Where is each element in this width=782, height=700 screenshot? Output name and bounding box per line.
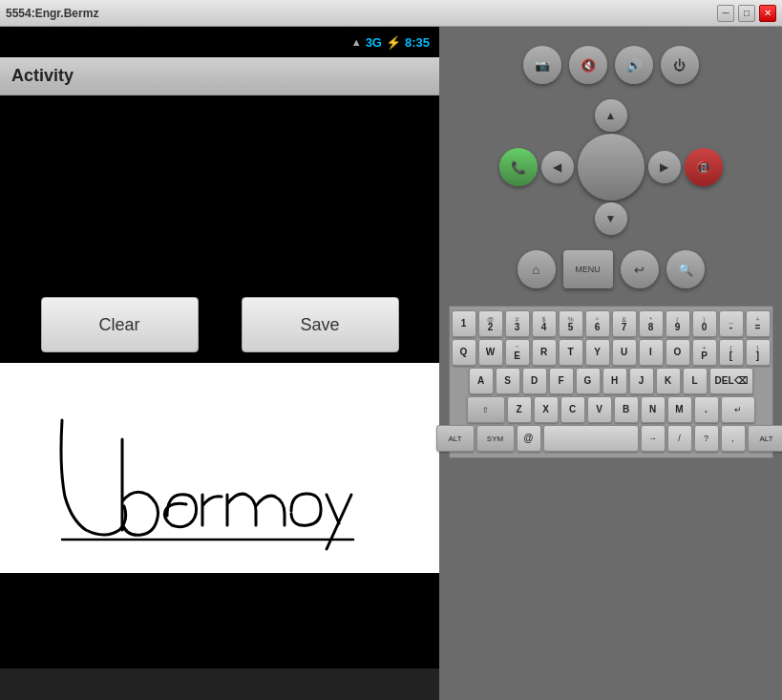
battery-icon: ⚡ [386, 35, 401, 50]
key-l[interactable]: L [683, 368, 708, 394]
volume-button[interactable]: 🔊 [615, 46, 653, 84]
dpad-area: ▲ 📞 ◀ ▶ 📵 ▼ [499, 99, 723, 235]
key-space[interactable] [543, 425, 639, 452]
network-icon: ▲ [351, 36, 362, 48]
key-comma[interactable]: , [721, 425, 746, 452]
call-button[interactable]: 📞 [499, 148, 538, 186]
dpad-middle-row: 📞 ◀ ▶ 📵 [499, 134, 723, 201]
back-button[interactable]: ↩ [621, 250, 659, 288]
search-button[interactable]: 🔍 [666, 250, 705, 288]
kb-row-qwerty: Q W "E R T Y U I O +P {[ }] [454, 339, 769, 366]
key-3[interactable]: #3 [505, 310, 530, 337]
kb-row-asdf: A S D F G H J K L DEL⌫ [454, 368, 769, 394]
key-4[interactable]: $4 [532, 310, 557, 337]
key-question[interactable]: ? [694, 425, 719, 452]
key-a[interactable]: A [469, 368, 494, 394]
key-lbracket[interactable]: {[ [719, 339, 744, 366]
kb-row-zxcv: ⇧ Z X C V B N M . ↵ [454, 396, 769, 423]
key-m[interactable]: M [667, 396, 692, 423]
key-period[interactable]: . [694, 396, 719, 423]
status-bar: ▲ 3G ⚡ 8:35 [0, 27, 439, 57]
top-control-buttons: 📷 🔇 🔊 ⏻ [523, 46, 699, 84]
bottom-control-buttons: ⌂ MENU ↩ 🔍 [518, 250, 705, 288]
title-bar-text: 5554:Engr.Bermz [6, 7, 98, 20]
camera-button[interactable]: 📷 [523, 46, 561, 84]
activity-label: Activity [11, 66, 74, 86]
close-button[interactable]: ✕ [759, 5, 776, 22]
clear-button[interactable]: Clear [41, 297, 199, 352]
key-equals[interactable]: += [746, 310, 771, 337]
key-x[interactable]: X [534, 396, 559, 423]
key-5[interactable]: %5 [559, 310, 583, 337]
key-minus[interactable]: _- [719, 310, 744, 337]
maximize-button[interactable]: □ [738, 5, 755, 22]
bottom-area [0, 573, 439, 668]
kb-row-bottom: ALT SYM @ → / ? , ALT [454, 425, 769, 452]
key-r[interactable]: R [532, 339, 557, 366]
key-del[interactable]: DEL⌫ [709, 368, 753, 394]
right-panel: 📷 🔇 🔊 ⏻ ▲ 📞 ◀ ▶ 📵 ▼ [439, 27, 782, 700]
end-call-button[interactable]: 📵 [685, 148, 723, 186]
key-w[interactable]: W [478, 339, 503, 366]
activity-bar: Activity [0, 57, 439, 95]
key-d[interactable]: D [522, 368, 547, 394]
virtual-keyboard: 1 @2 #3 $4 %5 ^6 &7 *8 (9 )0 _- += Q W "… [449, 306, 773, 458]
key-v[interactable]: V [587, 396, 612, 423]
key-rbracket[interactable]: }] [746, 339, 771, 366]
key-q[interactable]: Q [452, 339, 476, 366]
kb-row-numbers: 1 @2 #3 $4 %5 ^6 &7 *8 (9 )0 _- += [454, 310, 769, 337]
key-9[interactable]: (9 [666, 310, 690, 337]
key-0[interactable]: )0 [692, 310, 717, 337]
dpad-up[interactable]: ▲ [595, 99, 627, 132]
dpad-right[interactable]: ▶ [648, 151, 681, 183]
home-button[interactable]: ⌂ [518, 250, 556, 288]
key-6[interactable]: ^6 [585, 310, 610, 337]
status-icons: ▲ 3G ⚡ 8:35 [351, 35, 430, 50]
key-y[interactable]: Y [585, 339, 610, 366]
drawing-canvas-area[interactable] [0, 95, 439, 286]
key-e[interactable]: "E [505, 339, 530, 366]
key-shift[interactable]: ⇧ [467, 396, 505, 423]
phone-emulator: ▲ 3G ⚡ 8:35 Activity Clear Save [0, 27, 439, 700]
key-t[interactable]: T [559, 339, 583, 366]
key-z[interactable]: Z [507, 396, 532, 423]
key-enter[interactable]: ↵ [721, 396, 755, 423]
key-8[interactable]: *8 [639, 310, 664, 337]
menu-button[interactable]: MENU [563, 250, 613, 288]
key-at[interactable]: @ [517, 425, 541, 452]
key-1[interactable]: 1 [452, 310, 476, 337]
key-f[interactable]: F [549, 368, 574, 394]
key-h[interactable]: H [602, 368, 627, 394]
key-j[interactable]: J [629, 368, 654, 394]
key-c[interactable]: C [560, 396, 585, 423]
key-n[interactable]: N [641, 396, 666, 423]
key-7[interactable]: &7 [612, 310, 637, 337]
signature-display[interactable] [0, 363, 439, 573]
dpad-left[interactable]: ◀ [541, 151, 574, 183]
power-button[interactable]: ⏻ [661, 46, 699, 84]
dpad-down[interactable]: ▼ [595, 202, 627, 235]
dpad-center[interactable] [578, 134, 645, 201]
key-k[interactable]: K [656, 368, 681, 394]
key-alt-right[interactable]: ALT [748, 425, 783, 452]
key-sym[interactable]: SYM [476, 425, 515, 452]
key-slash[interactable]: / [667, 425, 692, 452]
key-u[interactable]: U [612, 339, 637, 366]
key-o[interactable]: O [666, 339, 690, 366]
signature-svg [0, 363, 439, 573]
sound-button[interactable]: 🔇 [569, 46, 607, 84]
title-bar: 5554:Engr.Bermz ─ □ ✕ [0, 0, 782, 27]
action-buttons-area: Clear Save [0, 286, 439, 363]
key-alt-left[interactable]: ALT [436, 425, 475, 452]
key-s[interactable]: S [496, 368, 520, 394]
key-b[interactable]: B [614, 396, 639, 423]
minimize-button[interactable]: ─ [717, 5, 734, 22]
key-tab[interactable]: → [641, 425, 666, 452]
key-p[interactable]: +P [692, 339, 717, 366]
key-g[interactable]: G [576, 368, 601, 394]
title-bar-buttons: ─ □ ✕ [717, 5, 776, 22]
save-button[interactable]: Save [242, 297, 399, 352]
device-controls: 📷 🔇 🔊 ⏻ ▲ 📞 ◀ ▶ 📵 ▼ [499, 46, 723, 288]
key-i[interactable]: I [639, 339, 664, 366]
key-2[interactable]: @2 [478, 310, 503, 337]
